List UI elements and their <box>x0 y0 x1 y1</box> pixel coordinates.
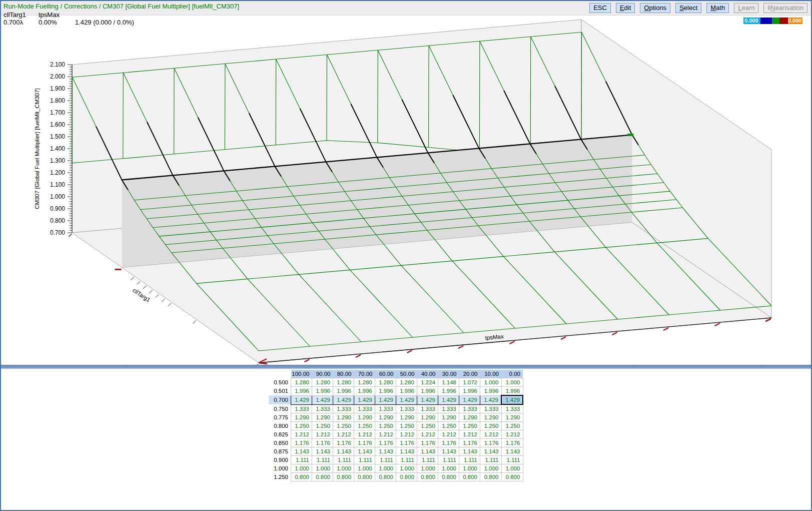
table-cell[interactable]: 1.280 <box>333 378 354 387</box>
table-cell[interactable]: 1.143 <box>375 447 396 456</box>
table-cell[interactable]: 0.800 <box>312 473 333 481</box>
table-cell[interactable]: 1.333 <box>291 404 312 413</box>
table-cell[interactable]: 1.143 <box>417 447 438 456</box>
table-cell[interactable]: 1.111 <box>312 456 333 464</box>
table-cell[interactable]: 1.290 <box>417 413 438 422</box>
table-cell[interactable]: 1.148 <box>438 378 459 387</box>
table-cell[interactable]: 1.000 <box>375 464 396 473</box>
table-cell[interactable]: 1.250 <box>291 422 312 430</box>
table-cell[interactable]: 1.290 <box>291 413 312 422</box>
table-cell[interactable]: 0.800 <box>459 473 480 481</box>
table-cell[interactable]: 0.800 <box>291 473 312 481</box>
table-cell[interactable]: 1.111 <box>333 456 354 464</box>
table-cell[interactable]: 1.000 <box>438 464 459 473</box>
table-cell[interactable]: 1.176 <box>396 439 417 447</box>
table-cell[interactable]: 1.996 <box>396 387 417 396</box>
table-cell[interactable]: 1.072 <box>459 378 480 387</box>
table-cell[interactable]: 1.429 <box>312 395 333 404</box>
table-cell[interactable]: 1.333 <box>417 404 438 413</box>
table-cell[interactable]: 1.111 <box>291 456 312 464</box>
table-cell[interactable]: 1.111 <box>354 456 375 464</box>
table-cell[interactable]: 1.429 <box>333 395 354 404</box>
table-cell[interactable]: 1.111 <box>501 456 523 464</box>
table-cell[interactable]: 1.212 <box>459 430 480 439</box>
table-cell[interactable]: 1.111 <box>375 456 396 464</box>
table-cell[interactable]: 1.224 <box>417 378 438 387</box>
table-cell[interactable]: 1.250 <box>480 422 502 430</box>
table-cell[interactable]: 1.212 <box>438 430 459 439</box>
table-cell[interactable]: 1.429 <box>354 395 375 404</box>
table-cell[interactable]: 1.143 <box>438 447 459 456</box>
table-cell[interactable]: 1.176 <box>417 439 438 447</box>
table-cell[interactable]: 1.280 <box>375 378 396 387</box>
table-cell[interactable]: 1.212 <box>396 430 417 439</box>
table-cell[interactable]: 1.111 <box>396 456 417 464</box>
table-cell[interactable]: 1.429 <box>459 395 480 404</box>
table-cell[interactable]: 1.429 <box>417 395 438 404</box>
table-cell[interactable]: 1.000 <box>480 464 502 473</box>
table-cell[interactable]: 0.800 <box>354 473 375 481</box>
table-cell[interactable]: 1.290 <box>333 413 354 422</box>
table-cell[interactable]: 1.176 <box>438 439 459 447</box>
table-cell[interactable]: 1.212 <box>354 430 375 439</box>
table-cell[interactable]: 1.290 <box>354 413 375 422</box>
table-cell[interactable]: 1.333 <box>312 404 333 413</box>
table-cell[interactable]: 1.143 <box>291 447 312 456</box>
table-cell[interactable]: 1.290 <box>459 413 480 422</box>
table-cell[interactable]: 0.800 <box>333 473 354 481</box>
table-cell[interactable]: 1.000 <box>501 464 523 473</box>
table-cell[interactable]: 1.250 <box>459 422 480 430</box>
splitter-bar[interactable] <box>1 365 811 369</box>
table-cell[interactable]: 1.996 <box>501 387 523 396</box>
table-cell[interactable]: 1.333 <box>396 404 417 413</box>
table-cell[interactable]: 1.290 <box>438 413 459 422</box>
table-cell[interactable]: 1.996 <box>480 387 502 396</box>
table-cell[interactable]: 1.996 <box>312 387 333 396</box>
table-cell[interactable]: 1.280 <box>312 378 333 387</box>
table-cell[interactable]: 1.111 <box>417 456 438 464</box>
table-cell[interactable]: 1.996 <box>438 387 459 396</box>
table-cell[interactable]: 1.176 <box>333 439 354 447</box>
table-cell[interactable]: 1.333 <box>333 404 354 413</box>
table-cell[interactable]: 1.250 <box>501 422 523 430</box>
table-cell[interactable]: 1.280 <box>291 378 312 387</box>
table-cell[interactable]: 1.212 <box>480 430 502 439</box>
table-cell[interactable]: 1.290 <box>312 413 333 422</box>
table-cell[interactable]: 1.111 <box>459 456 480 464</box>
table-cell[interactable]: 1.000 <box>396 464 417 473</box>
table-cell[interactable]: 1.280 <box>396 378 417 387</box>
table-cell[interactable]: 1.280 <box>354 378 375 387</box>
table-cell[interactable]: 1.250 <box>375 422 396 430</box>
table-cell[interactable]: 1.333 <box>480 404 502 413</box>
table-cell[interactable]: 1.429 <box>375 395 396 404</box>
table-cell[interactable]: 1.000 <box>333 464 354 473</box>
table-cell[interactable]: 1.429 <box>501 395 523 404</box>
table-cell[interactable]: 1.143 <box>312 447 333 456</box>
table-cell[interactable]: 1.000 <box>501 378 523 387</box>
surface-plot[interactable]: 0.7000.8000.9001.0001.1001.2001.3001.400… <box>1 1 811 365</box>
table-cell[interactable]: 1.143 <box>333 447 354 456</box>
table-cell[interactable]: 1.250 <box>312 422 333 430</box>
table-cell[interactable]: 0.800 <box>501 473 523 481</box>
table-cell[interactable]: 1.429 <box>438 395 459 404</box>
table-cell[interactable]: 1.176 <box>291 439 312 447</box>
table-cell[interactable]: 1.333 <box>438 404 459 413</box>
table-cell[interactable]: 1.996 <box>459 387 480 396</box>
table-cell[interactable]: 1.143 <box>396 447 417 456</box>
table-cell[interactable]: 1.290 <box>396 413 417 422</box>
table-cell[interactable]: 1.176 <box>312 439 333 447</box>
table-cell[interactable]: 1.176 <box>459 439 480 447</box>
table-cell[interactable]: 0.800 <box>438 473 459 481</box>
table-cell[interactable]: 1.111 <box>438 456 459 464</box>
table-cell[interactable]: 1.212 <box>312 430 333 439</box>
table-cell[interactable]: 1.996 <box>417 387 438 396</box>
table-cell[interactable]: 1.176 <box>354 439 375 447</box>
table-cell[interactable]: 1.212 <box>333 430 354 439</box>
table-cell[interactable]: 1.000 <box>312 464 333 473</box>
table-cell[interactable]: 1.250 <box>333 422 354 430</box>
table-cell[interactable]: 1.250 <box>354 422 375 430</box>
table-cell[interactable]: 1.996 <box>291 387 312 396</box>
table-cell[interactable]: 1.333 <box>501 404 523 413</box>
table-cell[interactable]: 1.996 <box>333 387 354 396</box>
table-cell[interactable]: 1.250 <box>417 422 438 430</box>
